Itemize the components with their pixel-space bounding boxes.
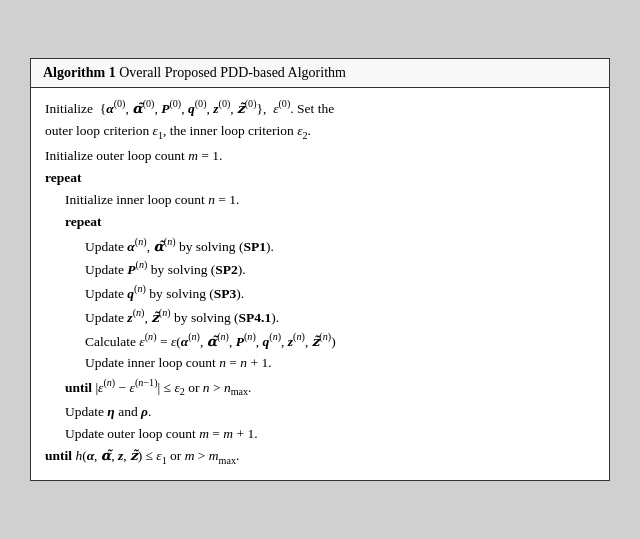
algorithm-header: Algorithm 1 Overall Proposed PDD-based A… [31,59,609,88]
line-7: Update α(n), α̃(n) by solving (SP1). [45,234,595,258]
line-14: Update η and ρ. [45,401,595,423]
line-8: Update P(n) by solving (SP2). [45,257,595,281]
algorithm-number: Algorithm 1 [43,65,116,80]
line-15: Update outer loop count m = m + 1. [45,423,595,445]
line-5: Initialize inner loop count n = 1. [45,189,595,211]
line-until1: until |ε(n) − ε(n−1)| ≤ ε2 or n > nmax. [45,375,595,401]
line-2: outer loop criterion ε1, the inner loop … [45,120,595,144]
algorithm-body: Initialize {α(0), α̃(0), P(0), q(0), z(0… [31,88,609,479]
line-until2: until h(α, α̃, z, z̃) ≤ ε1 or m > mmax. [45,445,595,469]
line-repeat2: repeat [45,211,595,233]
line-3: Initialize outer loop count m = 1. [45,145,595,167]
line-9: Update q(n) by solving (SP3). [45,281,595,305]
line-1: Initialize {α(0), α̃(0), P(0), q(0), z(0… [45,96,595,120]
algorithm-box: Algorithm 1 Overall Proposed PDD-based A… [30,58,610,480]
algorithm-title: Overall Proposed PDD-based Algorithm [119,65,346,80]
line-11: Calculate ε(n) = ε(α(n), α̃(n), P(n), q(… [45,329,595,353]
line-repeat1: repeat [45,167,595,189]
line-12: Update inner loop count n = n + 1. [45,352,595,374]
line-10: Update z(n), z̃(n) by solving (SP4.1). [45,305,595,329]
